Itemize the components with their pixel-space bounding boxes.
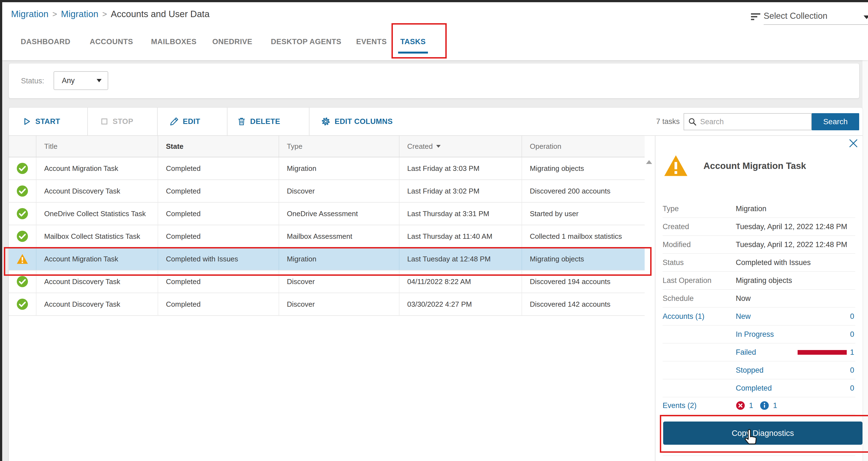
tasks-panel: START STOP EDIT DELETE — [9, 107, 863, 461]
detail-label: Schedule — [662, 294, 736, 303]
table-row[interactable]: OneDrive Collect Statistics Task Complet… — [9, 203, 645, 225]
tab-events[interactable]: EVENTS — [354, 28, 389, 56]
cell-title: Account Migration Task — [36, 157, 158, 179]
filter-funnel-icon — [751, 13, 761, 21]
cell-type: Migration — [279, 157, 400, 179]
gear-icon — [321, 117, 331, 126]
stat-value: 0 — [850, 330, 855, 339]
detail-label: Status — [662, 258, 736, 267]
table-row[interactable]: Account Discovery Task Completed Discove… — [9, 180, 645, 203]
status-column-header[interactable] — [9, 136, 36, 157]
warning-icon — [664, 154, 688, 178]
tab-tasks[interactable]: TASKS — [398, 28, 428, 56]
detail-value: Now — [736, 294, 751, 303]
cell-type: Mailbox Assessment — [279, 225, 400, 247]
stat-label: In Progress — [736, 330, 774, 339]
close-icon[interactable] — [849, 139, 858, 148]
detail-row-type: Type Migration — [662, 200, 855, 218]
table-header-row: Title State Type Created Operation — [9, 136, 645, 157]
stat-label: New — [736, 312, 751, 321]
column-header-state[interactable]: State — [158, 136, 279, 157]
cell-operation: Discovered 194 accounts — [522, 271, 645, 293]
search-box — [684, 113, 812, 130]
stat-value: 0 — [850, 312, 855, 321]
detail-label: Created — [662, 222, 736, 231]
table-row[interactable]: Account Discovery Task Completed Discove… — [9, 271, 645, 293]
detail-row-schedule: Schedule Now — [662, 289, 855, 308]
detail-label: Modified — [662, 240, 736, 249]
success-icon — [9, 293, 36, 315]
accounts-stat-row-failed: Failed 1 — [662, 343, 855, 361]
sort-desc-icon — [436, 145, 441, 148]
start-button[interactable]: START — [22, 107, 60, 135]
status-filter-dropdown[interactable]: Any — [54, 71, 108, 90]
detail-value: Migrating objects — [736, 276, 792, 285]
cell-operation: Migrating objects — [522, 248, 645, 270]
table-row[interactable]: Account Discovery Task Completed Discove… — [9, 293, 645, 316]
accounts-link[interactable]: Accounts (1) — [662, 312, 736, 321]
column-header-title[interactable]: Title — [36, 136, 158, 157]
events-link[interactable]: Events (2) — [662, 401, 736, 410]
cell-operation: Discovered 200 accounts — [522, 180, 645, 202]
search-icon — [688, 117, 697, 126]
breadcrumb-link-migration-2[interactable]: Migration — [61, 9, 99, 19]
failed-bar — [798, 350, 847, 355]
collection-selector[interactable]: Select Collection — [745, 6, 868, 26]
toolbar-divider — [227, 107, 227, 135]
scrollbar-up-arrow[interactable] — [646, 160, 652, 164]
detail-label: Type — [662, 205, 736, 213]
cell-state: Completed — [158, 180, 279, 202]
cell-title: OneDrive Collect Statistics Task — [36, 203, 158, 225]
detail-row-modified: Modified Tuesday, April 12, 2022 12:48 P… — [662, 236, 855, 254]
column-header-created[interactable]: Created — [400, 136, 522, 157]
table-row[interactable]: Mailbox Collect Statistics Task Complete… — [9, 225, 645, 248]
cell-operation: Collected 1 mailbox statistics — [522, 225, 645, 247]
cell-created: Last Friday at 3:02 PM — [400, 180, 522, 202]
pencil-icon — [169, 117, 179, 126]
trash-icon — [237, 117, 246, 126]
cell-state: Completed — [158, 157, 279, 179]
tab-mailboxes[interactable]: MAILBOXES — [149, 28, 199, 56]
detail-row-last-operation: Last Operation Migrating objects — [662, 272, 855, 289]
warning-icon — [9, 248, 36, 270]
column-header-type[interactable]: Type — [279, 136, 400, 157]
breadcrumb: Migration > Migration > Accounts and Use… — [11, 7, 210, 21]
search-input[interactable] — [700, 117, 811, 126]
cell-operation: Discovered 142 accounts — [522, 293, 645, 315]
detail-value: Tuesday, April 12, 2022 12:48 PM — [736, 222, 847, 231]
detail-row-created: Created Tuesday, April 12, 2022 12:48 PM — [662, 218, 855, 236]
cell-title: Account Migration Task — [36, 248, 158, 270]
breadcrumb-link-migration[interactable]: Migration — [11, 9, 49, 19]
cell-created: 04/11/2022 8:22 AM — [400, 271, 522, 293]
cell-type: Discover — [279, 180, 400, 202]
cell-type: Discover — [279, 293, 400, 315]
column-header-operation[interactable]: Operation — [522, 136, 645, 157]
status-filter-label: Status: — [21, 63, 44, 98]
copy-diagnostics-button[interactable]: Copy Diagnostics — [663, 422, 863, 445]
cell-operation: Migrating objects — [522, 157, 645, 179]
stat-value: 0 — [850, 366, 855, 375]
cell-created: Last Friday at 3:03 PM — [400, 157, 522, 179]
collection-underline — [764, 24, 868, 25]
info-count: 1 — [773, 401, 777, 410]
delete-button[interactable]: DELETE — [237, 107, 280, 135]
success-icon — [9, 180, 36, 202]
tab-desktop-agents[interactable]: DESKTOP AGENTS — [269, 28, 344, 56]
table-row-selected[interactable]: Account Migration Task Completed with Is… — [9, 248, 645, 271]
edit-button[interactable]: EDIT — [169, 107, 200, 135]
events-row: Events (2) 1 1 — [662, 397, 855, 414]
tab-accounts[interactable]: ACCOUNTS — [88, 28, 135, 56]
cell-created: 03/30/2022 4:27 PM — [400, 293, 522, 315]
tab-dashboard[interactable]: DASHBOARD — [19, 28, 72, 56]
edit-columns-button[interactable]: EDIT COLUMNS — [321, 107, 393, 135]
breadcrumb-separator: > — [102, 10, 107, 19]
tab-onedrive[interactable]: ONEDRIVE — [210, 28, 254, 56]
table-row[interactable]: Account Migration Task Completed Migrati… — [9, 157, 645, 180]
browser-scrollbar-track[interactable] — [863, 2, 868, 461]
cell-created: Last Tuesday at 12:48 PM — [400, 248, 522, 270]
search-button[interactable]: Search — [812, 113, 859, 130]
breadcrumb-separator: > — [53, 10, 57, 19]
stop-button[interactable]: STOP — [100, 107, 133, 135]
cell-type: OneDrive Assessment — [279, 203, 400, 225]
cell-title: Mailbox Collect Statistics Task — [36, 225, 158, 247]
